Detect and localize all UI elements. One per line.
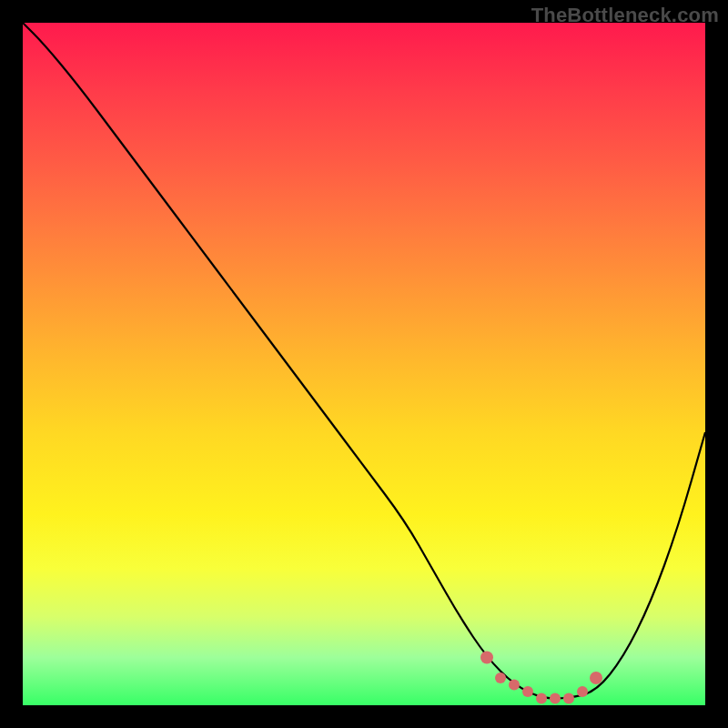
marker-sweet-spot — [563, 693, 574, 704]
outer-frame: TheBottleneck.com — [0, 0, 728, 728]
marker-sweet-spot — [522, 686, 533, 697]
marker-sweet-spot — [495, 672, 506, 683]
gradient-plot-area — [23, 23, 705, 705]
marker-sweet-spot — [509, 680, 520, 691]
bottleneck-curve-svg — [23, 23, 705, 705]
watermark-text: TheBottleneck.com — [531, 4, 719, 27]
sweet-spot-markers — [480, 652, 602, 704]
bottleneck-curve-path — [23, 23, 705, 699]
marker-sweet-spot-start — [480, 652, 493, 664]
marker-sweet-spot — [550, 693, 561, 704]
marker-sweet-spot — [536, 693, 547, 704]
marker-sweet-spot-end — [590, 672, 602, 684]
marker-sweet-spot — [577, 686, 588, 697]
